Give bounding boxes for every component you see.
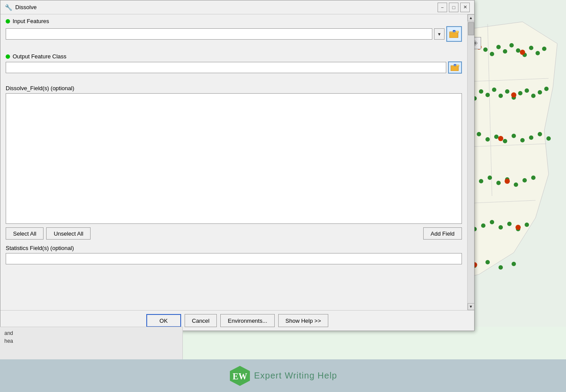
ew-banner: EW Expert Writing Help — [0, 359, 566, 392]
svg-point-131 — [522, 178, 527, 182]
svg-point-63 — [485, 93, 490, 97]
dialog-title: Dissolve — [15, 4, 434, 10]
svg-point-132 — [531, 176, 536, 180]
svg-point-103 — [520, 138, 525, 142]
scrollbar-thumb[interactable] — [468, 22, 474, 35]
svg-point-105 — [538, 132, 542, 136]
input-features-field[interactable] — [6, 28, 432, 40]
svg-point-32 — [496, 45, 501, 49]
svg-point-66 — [505, 89, 509, 94]
svg-point-39 — [542, 47, 546, 51]
minimize-button[interactable]: − — [438, 3, 447, 12]
svg-point-31 — [490, 52, 494, 56]
dialog-content-area: Input Features ▼ + — [0, 14, 467, 310]
svg-point-62 — [479, 89, 483, 94]
svg-point-98 — [477, 132, 481, 136]
svg-point-155 — [490, 220, 494, 224]
dissolve-dialog: 🔧 Dissolve − □ ✕ Input Features ▼ — [0, 0, 475, 331]
maximize-button[interactable]: □ — [449, 3, 458, 12]
window-controls: − □ ✕ — [438, 3, 470, 12]
svg-point-127 — [488, 176, 492, 180]
output-feature-field[interactable] — [6, 62, 446, 73]
ok-button[interactable]: OK — [146, 314, 181, 327]
svg-point-101 — [503, 139, 507, 143]
svg-point-38 — [536, 51, 540, 55]
fields-button-row: Select All Unselect All Add Field — [0, 224, 467, 243]
svg-point-33 — [503, 49, 507, 54]
statistics-fields-label: Statistics Field(s) (optional) — [0, 243, 467, 253]
svg-point-81 — [511, 92, 516, 98]
svg-text:+: + — [455, 64, 456, 66]
add-field-button[interactable]: Add Field — [423, 227, 462, 240]
scroll-up-arrow[interactable]: ▲ — [468, 14, 475, 21]
unselect-all-button[interactable]: Unselect All — [46, 227, 91, 240]
input-features-browse[interactable]: + — [446, 26, 462, 42]
svg-text:+: + — [454, 30, 455, 33]
input-features-label: Input Features — [6, 18, 462, 24]
svg-point-30 — [483, 47, 488, 52]
svg-point-64 — [492, 88, 496, 92]
dissolve-fields-section: Dissolve_Field(s) (optional) — [0, 81, 467, 91]
svg-point-70 — [531, 94, 536, 98]
ew-logo-svg: EW — [229, 365, 251, 387]
taskbar-area: and hea — [0, 327, 183, 359]
svg-point-128 — [496, 181, 501, 185]
svg-point-99 — [485, 137, 490, 142]
svg-text:EW: EW — [232, 372, 247, 381]
ew-logo-area: EW Expert Writing Help — [229, 365, 337, 387]
environments-button[interactable]: Environments... — [220, 314, 274, 327]
cancel-button[interactable]: Cancel — [185, 314, 217, 327]
required-dot-output — [6, 54, 10, 59]
svg-point-102 — [512, 134, 516, 138]
show-help-button[interactable]: Show Help >> — [278, 314, 329, 327]
taskbar-line1: and — [4, 329, 178, 337]
dialog-scrollbar[interactable]: ▲ ▼ — [467, 14, 474, 310]
output-feature-browse[interactable]: + — [448, 61, 462, 74]
select-all-button[interactable]: Select All — [6, 227, 44, 240]
svg-point-77 — [520, 50, 525, 55]
required-dot-input — [6, 19, 10, 24]
svg-point-159 — [525, 223, 529, 227]
statistics-field-input[interactable] — [6, 253, 462, 264]
dissolve-fields-label: Dissolve_Field(s) (optional) — [6, 85, 462, 91]
svg-point-173 — [485, 260, 490, 264]
svg-point-109 — [498, 136, 503, 141]
svg-point-34 — [509, 43, 514, 47]
svg-point-126 — [479, 179, 483, 183]
svg-point-135 — [505, 179, 510, 184]
svg-point-37 — [529, 46, 533, 50]
svg-point-68 — [518, 91, 522, 95]
svg-point-72 — [544, 87, 549, 91]
svg-point-157 — [507, 222, 512, 226]
svg-point-130 — [514, 182, 518, 187]
svg-point-35 — [516, 48, 520, 53]
taskbar-line2: hea — [4, 337, 178, 345]
input-features-dropdown[interactable]: ▼ — [434, 28, 445, 40]
svg-point-65 — [499, 94, 503, 98]
input-features-section: Input Features ▼ + — [0, 14, 467, 50]
input-features-row: ▼ + — [6, 26, 462, 42]
svg-point-71 — [538, 90, 542, 95]
svg-point-175 — [512, 262, 516, 266]
svg-point-174 — [499, 265, 503, 270]
close-button[interactable]: ✕ — [460, 3, 470, 12]
dissolve-fields-list[interactable] — [6, 93, 462, 224]
output-feature-label: Output Feature Class — [6, 53, 462, 60]
output-feature-section: Output Feature Class + — [0, 50, 467, 81]
ew-banner-text: Expert Writing Help — [254, 371, 337, 381]
svg-point-106 — [546, 136, 551, 141]
output-feature-row: + — [6, 61, 462, 74]
scroll-down-arrow[interactable]: ▼ — [468, 303, 475, 310]
dialog-icon: 🔧 — [5, 4, 12, 11]
svg-point-162 — [515, 225, 521, 230]
svg-point-154 — [481, 223, 485, 228]
svg-point-69 — [525, 88, 529, 93]
svg-point-104 — [529, 135, 533, 140]
dialog-titlebar: 🔧 Dissolve − □ ✕ — [0, 0, 474, 14]
svg-point-156 — [499, 225, 503, 230]
dialog-body: Input Features ▼ + — [0, 14, 474, 310]
svg-point-100 — [494, 135, 499, 139]
